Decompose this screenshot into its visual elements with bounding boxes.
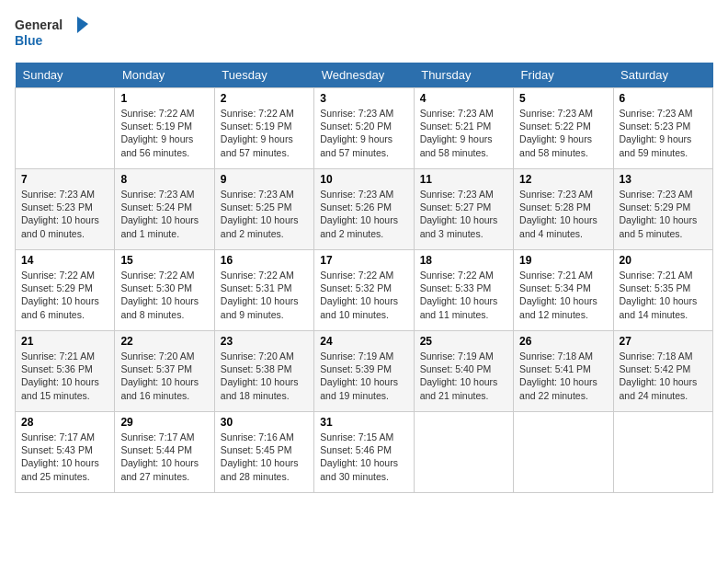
day-number: 31 (320, 416, 407, 429)
day-info: Sunrise: 7:22 AMSunset: 5:30 PMDaylight:… (120, 269, 208, 321)
svg-text:General: General (15, 17, 63, 32)
calendar-cell: 31Sunrise: 7:15 AMSunset: 5:46 PMDayligh… (314, 412, 414, 493)
calendar-cell: 25Sunrise: 7:19 AMSunset: 5:40 PMDayligh… (414, 331, 513, 412)
calendar-week-5: 28Sunrise: 7:17 AMSunset: 5:43 PMDayligh… (16, 412, 713, 493)
day-info: Sunrise: 7:23 AMSunset: 5:23 PMDaylight:… (620, 107, 707, 159)
day-info: Sunrise: 7:18 AMSunset: 5:42 PMDaylight:… (620, 350, 707, 402)
day-number: 15 (120, 254, 208, 267)
calendar-cell: 22Sunrise: 7:20 AMSunset: 5:37 PMDayligh… (115, 331, 214, 412)
day-number: 9 (221, 173, 308, 186)
day-info: Sunrise: 7:22 AMSunset: 5:19 PMDaylight:… (120, 107, 208, 159)
day-number: 1 (120, 92, 208, 105)
calendar-cell: 29Sunrise: 7:17 AMSunset: 5:44 PMDayligh… (115, 412, 214, 493)
page-header: General Blue (15, 15, 713, 53)
calendar-cell: 19Sunrise: 7:21 AMSunset: 5:34 PMDayligh… (514, 250, 613, 331)
calendar-cell: 28Sunrise: 7:17 AMSunset: 5:43 PMDayligh… (16, 412, 115, 493)
day-info: Sunrise: 7:19 AMSunset: 5:40 PMDaylight:… (420, 350, 507, 402)
calendar-week-1: 1Sunrise: 7:22 AMSunset: 5:19 PMDaylight… (16, 88, 713, 169)
day-number: 27 (620, 335, 707, 348)
day-info: Sunrise: 7:21 AMSunset: 5:36 PMDaylight:… (21, 350, 108, 402)
day-number: 23 (221, 335, 308, 348)
svg-text:Blue: Blue (15, 33, 43, 48)
day-number: 18 (420, 254, 507, 267)
day-number: 11 (420, 173, 507, 186)
weekday-tuesday: Tuesday (214, 63, 313, 88)
calendar-cell: 4Sunrise: 7:23 AMSunset: 5:21 PMDaylight… (414, 88, 513, 169)
day-info: Sunrise: 7:23 AMSunset: 5:21 PMDaylight:… (420, 107, 507, 159)
day-info: Sunrise: 7:16 AMSunset: 5:45 PMDaylight:… (221, 431, 308, 483)
calendar-cell: 8Sunrise: 7:23 AMSunset: 5:24 PMDaylight… (115, 169, 214, 250)
day-info: Sunrise: 7:23 AMSunset: 5:29 PMDaylight:… (620, 188, 707, 240)
day-number: 28 (21, 416, 108, 429)
calendar-cell: 24Sunrise: 7:19 AMSunset: 5:39 PMDayligh… (314, 331, 414, 412)
calendar-cell (16, 88, 115, 169)
day-number: 4 (420, 92, 507, 105)
logo-svg: General Blue (15, 15, 88, 53)
day-info: Sunrise: 7:20 AMSunset: 5:37 PMDaylight:… (120, 350, 208, 402)
calendar-cell: 11Sunrise: 7:23 AMSunset: 5:27 PMDayligh… (414, 169, 513, 250)
calendar-week-4: 21Sunrise: 7:21 AMSunset: 5:36 PMDayligh… (16, 331, 713, 412)
calendar-cell: 23Sunrise: 7:20 AMSunset: 5:38 PMDayligh… (214, 331, 313, 412)
calendar-cell: 14Sunrise: 7:22 AMSunset: 5:29 PMDayligh… (16, 250, 115, 331)
weekday-friday: Friday (514, 63, 613, 88)
day-info: Sunrise: 7:22 AMSunset: 5:29 PMDaylight:… (21, 269, 108, 321)
calendar-cell: 6Sunrise: 7:23 AMSunset: 5:23 PMDaylight… (613, 88, 712, 169)
calendar-cell: 2Sunrise: 7:22 AMSunset: 5:19 PMDaylight… (214, 88, 313, 169)
day-number: 25 (420, 335, 507, 348)
day-info: Sunrise: 7:17 AMSunset: 5:43 PMDaylight:… (21, 431, 108, 483)
calendar-cell: 9Sunrise: 7:23 AMSunset: 5:25 PMDaylight… (214, 169, 313, 250)
calendar-cell: 20Sunrise: 7:21 AMSunset: 5:35 PMDayligh… (613, 250, 712, 331)
day-number: 3 (320, 92, 407, 105)
calendar-cell: 5Sunrise: 7:23 AMSunset: 5:22 PMDaylight… (514, 88, 613, 169)
calendar-cell: 27Sunrise: 7:18 AMSunset: 5:42 PMDayligh… (613, 331, 712, 412)
calendar-cell (514, 412, 613, 493)
day-info: Sunrise: 7:21 AMSunset: 5:35 PMDaylight:… (620, 269, 707, 321)
weekday-saturday: Saturday (613, 63, 712, 88)
weekday-header-row: SundayMondayTuesdayWednesdayThursdayFrid… (16, 63, 713, 88)
day-number: 24 (320, 335, 407, 348)
calendar-cell: 17Sunrise: 7:22 AMSunset: 5:32 PMDayligh… (314, 250, 414, 331)
day-number: 10 (320, 173, 407, 186)
day-number: 14 (21, 254, 108, 267)
calendar-table: SundayMondayTuesdayWednesdayThursdayFrid… (15, 63, 713, 493)
calendar-body: 1Sunrise: 7:22 AMSunset: 5:19 PMDaylight… (16, 88, 713, 493)
day-info: Sunrise: 7:21 AMSunset: 5:34 PMDaylight:… (519, 269, 607, 321)
day-info: Sunrise: 7:23 AMSunset: 5:26 PMDaylight:… (320, 188, 407, 240)
day-info: Sunrise: 7:23 AMSunset: 5:27 PMDaylight:… (420, 188, 507, 240)
day-info: Sunrise: 7:23 AMSunset: 5:23 PMDaylight:… (21, 188, 108, 240)
weekday-wednesday: Wednesday (314, 63, 414, 88)
day-info: Sunrise: 7:22 AMSunset: 5:31 PMDaylight:… (221, 269, 308, 321)
day-info: Sunrise: 7:19 AMSunset: 5:39 PMDaylight:… (320, 350, 407, 402)
calendar-cell: 13Sunrise: 7:23 AMSunset: 5:29 PMDayligh… (613, 169, 712, 250)
day-info: Sunrise: 7:23 AMSunset: 5:24 PMDaylight:… (120, 188, 208, 240)
day-number: 17 (320, 254, 407, 267)
calendar-cell: 26Sunrise: 7:18 AMSunset: 5:41 PMDayligh… (514, 331, 613, 412)
svg-marker-2 (77, 17, 88, 33)
day-number: 22 (120, 335, 208, 348)
day-number: 21 (21, 335, 108, 348)
day-number: 19 (519, 254, 607, 267)
day-number: 26 (519, 335, 607, 348)
day-number: 30 (221, 416, 308, 429)
calendar-cell: 16Sunrise: 7:22 AMSunset: 5:31 PMDayligh… (214, 250, 313, 331)
day-info: Sunrise: 7:23 AMSunset: 5:25 PMDaylight:… (221, 188, 308, 240)
day-number: 7 (21, 173, 108, 186)
day-info: Sunrise: 7:18 AMSunset: 5:41 PMDaylight:… (519, 350, 607, 402)
calendar-cell (613, 412, 712, 493)
calendar-cell: 15Sunrise: 7:22 AMSunset: 5:30 PMDayligh… (115, 250, 214, 331)
day-info: Sunrise: 7:22 AMSunset: 5:19 PMDaylight:… (221, 107, 308, 159)
day-number: 8 (120, 173, 208, 186)
day-info: Sunrise: 7:22 AMSunset: 5:33 PMDaylight:… (420, 269, 507, 321)
day-number: 6 (620, 92, 707, 105)
day-info: Sunrise: 7:20 AMSunset: 5:38 PMDaylight:… (221, 350, 308, 402)
day-number: 29 (120, 416, 208, 429)
calendar-cell: 7Sunrise: 7:23 AMSunset: 5:23 PMDaylight… (16, 169, 115, 250)
calendar-cell: 3Sunrise: 7:23 AMSunset: 5:20 PMDaylight… (314, 88, 414, 169)
day-number: 13 (620, 173, 707, 186)
calendar-cell: 18Sunrise: 7:22 AMSunset: 5:33 PMDayligh… (414, 250, 513, 331)
weekday-monday: Monday (115, 63, 214, 88)
calendar-week-3: 14Sunrise: 7:22 AMSunset: 5:29 PMDayligh… (16, 250, 713, 331)
calendar-cell: 12Sunrise: 7:23 AMSunset: 5:28 PMDayligh… (514, 169, 613, 250)
logo: General Blue (15, 15, 88, 53)
day-info: Sunrise: 7:22 AMSunset: 5:32 PMDaylight:… (320, 269, 407, 321)
